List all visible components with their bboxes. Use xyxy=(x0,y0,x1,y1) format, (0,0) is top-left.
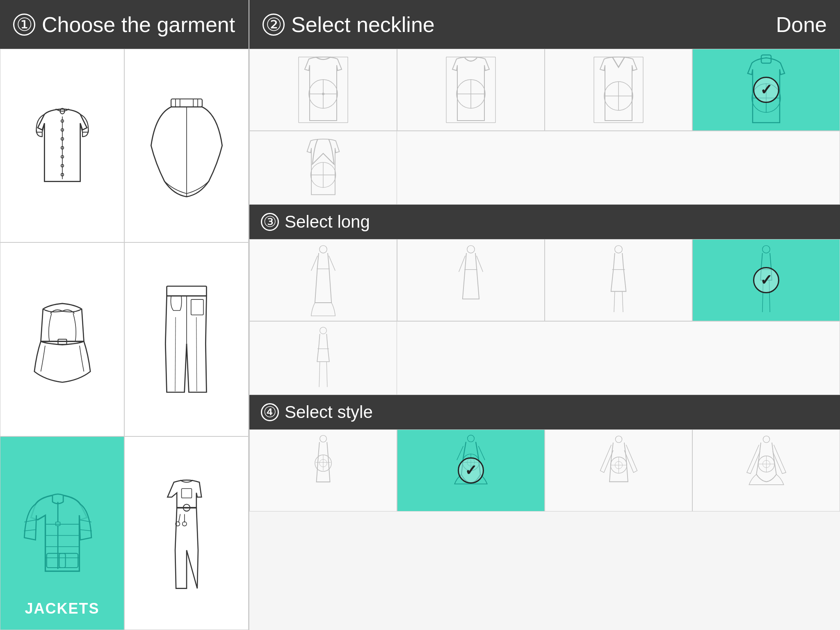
svg-point-75 xyxy=(615,246,622,253)
right-panel: ② Select neckline Done xyxy=(249,0,840,630)
style-b-check xyxy=(458,457,484,484)
right-header-left: ② Select neckline xyxy=(262,12,435,37)
svg-line-78 xyxy=(622,292,623,312)
svg-line-68 xyxy=(311,256,318,271)
svg-line-94 xyxy=(478,446,485,460)
style-d-sketch xyxy=(739,433,794,509)
svg-line-69 xyxy=(329,256,336,271)
midi-dress[interactable] xyxy=(397,239,545,321)
neckline-deep-v[interactable] xyxy=(249,131,397,205)
svg-point-99 xyxy=(615,436,622,442)
neckline-cowl[interactable] xyxy=(692,49,840,131)
garment-blouse[interactable] xyxy=(0,49,124,242)
mini-dress[interactable] xyxy=(249,321,397,395)
pants-sketch xyxy=(146,282,228,397)
garment-bustier[interactable] xyxy=(0,242,124,436)
neckline-cowl-check xyxy=(753,77,779,103)
left-header: ① Choose the garment xyxy=(0,0,249,49)
svg-line-34 xyxy=(178,514,180,523)
svg-rect-21 xyxy=(55,522,60,526)
long-section: ③ Select long xyxy=(249,205,840,395)
main-container: ① Choose the garment xyxy=(0,0,840,630)
long-options-grid xyxy=(249,239,840,321)
style-d[interactable] xyxy=(692,429,840,511)
style-a-sketch xyxy=(301,433,346,509)
jumpsuit-sketch xyxy=(146,474,228,593)
svg-point-71 xyxy=(467,246,475,253)
style-a[interactable] xyxy=(249,429,397,511)
step4-circle: ④ xyxy=(261,403,279,421)
right-content: ③ Select long xyxy=(249,49,840,630)
svg-point-87 xyxy=(320,435,327,442)
neckline-round[interactable] xyxy=(397,49,545,131)
svg-line-93 xyxy=(457,446,463,460)
garment-jacket[interactable]: JACKETS xyxy=(0,436,124,630)
svg-line-73 xyxy=(477,256,483,272)
svg-rect-60 xyxy=(761,55,771,63)
garment-cape[interactable] xyxy=(124,49,249,242)
jacket-label: JACKETS xyxy=(25,600,99,617)
step1-circle: ① xyxy=(13,14,35,36)
style-b[interactable] xyxy=(397,429,545,511)
vneck-sketch xyxy=(586,53,651,127)
neckline-extra-row xyxy=(249,131,840,205)
svg-line-77 xyxy=(614,292,615,312)
round-neck-sketch xyxy=(438,53,504,127)
right-panel-title: Select neckline xyxy=(291,12,435,37)
neckline-section xyxy=(249,49,840,205)
length-top-check xyxy=(753,267,779,293)
garment-jumpsuit[interactable] xyxy=(124,436,249,630)
style-section: ④ Select style xyxy=(249,395,840,511)
style-c[interactable] xyxy=(545,429,692,511)
svg-rect-32 xyxy=(181,488,192,498)
svg-line-85 xyxy=(319,361,320,387)
left-panel: ① Choose the garment xyxy=(0,0,249,630)
svg-point-67 xyxy=(320,246,327,253)
short-dress-sketch xyxy=(596,241,641,319)
blouse-sketch xyxy=(17,96,107,195)
svg-line-72 xyxy=(459,256,466,272)
short-dress[interactable] xyxy=(545,239,692,321)
style-c-sketch xyxy=(591,433,646,509)
bustier-sketch xyxy=(19,288,105,390)
garment-pants[interactable] xyxy=(124,242,249,436)
svg-point-92 xyxy=(468,435,475,442)
svg-point-104 xyxy=(763,436,769,442)
svg-rect-16 xyxy=(191,300,203,315)
mini-dress-sketch xyxy=(301,324,346,392)
style-section-title: Select style xyxy=(285,402,373,422)
midi-dress-sketch xyxy=(448,241,493,319)
neckline-empty xyxy=(397,131,840,205)
svg-rect-15 xyxy=(167,286,206,296)
svg-line-86 xyxy=(326,361,327,387)
svg-line-19 xyxy=(196,317,196,392)
cape-sketch xyxy=(142,92,232,199)
step2-circle: ② xyxy=(262,14,285,36)
long-dress-sketch xyxy=(301,241,346,319)
done-button[interactable]: Done xyxy=(776,12,827,37)
long-section-header: ③ Select long xyxy=(249,205,840,239)
style-options-grid xyxy=(249,429,840,511)
garment-grid: JACKETS xyxy=(0,49,249,630)
neckline-vneck[interactable] xyxy=(545,49,692,131)
long-empty xyxy=(397,321,840,395)
deep-v-sketch xyxy=(294,135,352,201)
length-top[interactable] xyxy=(692,239,840,321)
left-panel-title: Choose the garment xyxy=(42,12,235,37)
svg-line-18 xyxy=(175,317,176,392)
neckline-options-grid xyxy=(249,49,840,131)
svg-point-83 xyxy=(320,327,327,334)
crew-neck-sketch xyxy=(290,53,356,127)
step3-circle: ③ xyxy=(261,213,279,231)
long-dress[interactable] xyxy=(249,239,397,321)
right-header: ② Select neckline Done xyxy=(249,0,840,49)
long-section-title: Select long xyxy=(285,212,370,232)
neckline-crew[interactable] xyxy=(249,49,397,131)
long-extra-row xyxy=(249,321,840,395)
svg-point-79 xyxy=(762,246,770,253)
jacket-sketch xyxy=(13,478,112,589)
style-section-header: ④ Select style xyxy=(249,395,840,429)
